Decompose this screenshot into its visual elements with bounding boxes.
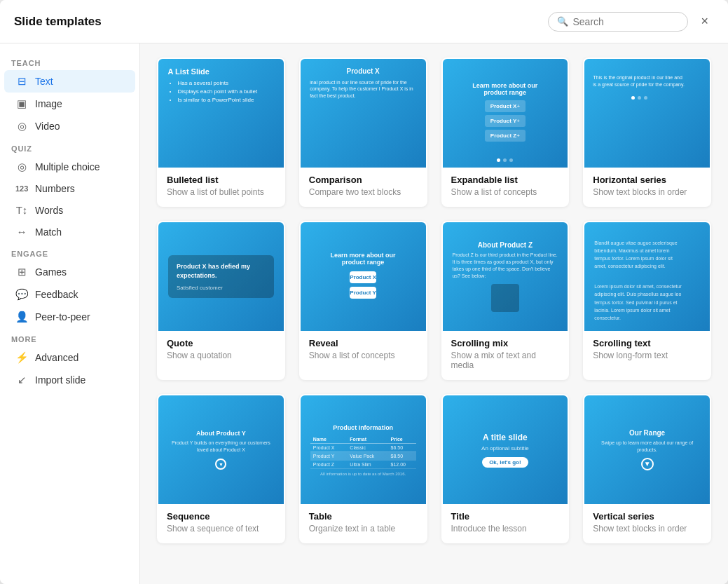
match-icon: ↔ xyxy=(15,226,28,238)
chevron-down-icon: ▼ xyxy=(644,460,651,468)
template-info: Horizontal series Show text blocks in or… xyxy=(584,168,710,205)
template-card-sequence[interactable]: About Product Y Product Y builds on ever… xyxy=(157,394,285,543)
numbers-icon: 123 xyxy=(15,184,28,193)
sidebar-item-games[interactable]: ⊞ Games xyxy=(4,261,135,283)
games-icon: ⊞ xyxy=(15,266,28,278)
sidebar-item-import-slide[interactable]: ↙ Import slide xyxy=(4,369,135,391)
template-thumb-quote: Product X has defied my expectations. Sa… xyxy=(158,222,284,331)
template-card-vertical-series[interactable]: Our Range Swipe up to learn more about o… xyxy=(583,394,711,543)
template-desc: Show a list of bullet points xyxy=(167,187,275,197)
dot xyxy=(638,96,641,100)
template-info: Quote Show a quotation xyxy=(158,331,284,369)
expand-arrow: + xyxy=(516,103,520,109)
bullet-item: Is similar to a PowerPoint slide xyxy=(177,97,274,103)
search-box[interactable]: 🔍 xyxy=(548,12,688,32)
template-card-reveal[interactable]: Learn more about ourproduct range Produc… xyxy=(299,221,427,380)
template-desc: Show a list of concepts xyxy=(451,187,560,197)
template-card-quote[interactable]: Product X has defied my expectations. Sa… xyxy=(157,221,285,380)
template-info: Sequence Show a sequence of text xyxy=(158,504,284,542)
thumb-content: Blandit augue vitae augue scelerisque bi… xyxy=(594,239,684,315)
template-info: Reveal Show a list of concepts xyxy=(301,331,426,369)
sidebar-label: Text xyxy=(35,76,53,87)
td: $6.50 xyxy=(388,443,416,451)
sidebar-section-quiz: QUIZ xyxy=(0,137,139,156)
table-title: Product Information xyxy=(333,424,393,431)
bullet-item: Displays each point with a bullet xyxy=(177,88,274,95)
search-input[interactable] xyxy=(572,16,679,27)
sidebar-label: Peer-to-peer xyxy=(35,311,90,322)
th-format: Format xyxy=(347,435,387,444)
template-thumb-sequence: About Product Y Product Y builds on ever… xyxy=(158,395,284,504)
sidebar-item-advanced[interactable]: ⚡ Advanced xyxy=(4,346,135,369)
template-info: Title Introduce the lesson xyxy=(443,504,568,542)
expand-row: Product Y + xyxy=(485,115,526,127)
sidebar: TEACH ⊟ Text ▣ Image ◎ Video QUIZ ◎ Mult… xyxy=(0,43,140,584)
template-card-bulleted-list[interactable]: A List Slide Has a several points Displa… xyxy=(157,57,285,207)
sidebar-item-video[interactable]: ◎ Video xyxy=(4,115,135,137)
title-slide-subtitle: An optional subtitle xyxy=(481,445,529,451)
scrollmix-image xyxy=(491,284,519,312)
template-name: Scrolling text xyxy=(593,338,701,348)
sidebar-item-feedback[interactable]: 💬 Feedback xyxy=(4,283,135,306)
sidebar-item-match[interactable]: ↔ Match xyxy=(4,221,135,243)
template-thumb-scrolling-mix: About Product Z Product Z is our third p… xyxy=(443,222,568,331)
table-row: Product Z Ultra Slim $12.00 xyxy=(310,460,416,468)
sidebar-item-image[interactable]: ▣ Image xyxy=(4,93,135,115)
sidebar-label: Multiple choice xyxy=(35,161,100,172)
comp-col: inal product in our line source of pride… xyxy=(310,79,416,100)
sidebar-item-words[interactable]: T↕ Words xyxy=(4,199,135,221)
peer-icon: 👤 xyxy=(15,311,28,323)
scrollmix-title: About Product Z xyxy=(478,241,533,249)
sidebar-section-engage: ENGAGE xyxy=(0,243,139,261)
vseries-title: Our Range xyxy=(629,429,665,437)
template-thumb-comparison: Product X inal product in our line sourc… xyxy=(301,59,426,168)
template-thumb-vertical-series: Our Range Swipe up to learn more about o… xyxy=(584,395,710,504)
template-name: Expandable list xyxy=(451,175,560,185)
template-info: Vertical series Show text blocks in orde… xyxy=(584,504,710,542)
sidebar-label: Games xyxy=(35,266,67,278)
comp-text: inal product in our line source of pride… xyxy=(310,79,416,100)
template-card-scrolling-mix[interactable]: About Product Z Product Z is our third p… xyxy=(441,221,570,380)
td: Product X xyxy=(310,443,348,451)
expand-row: Product X + xyxy=(485,100,526,112)
template-info: Scrolling text Show long-form text xyxy=(584,331,710,369)
template-card-horizontal-series[interactable]: This is the original product in our line… xyxy=(583,57,711,207)
templates-grid: A List Slide Has a several points Displa… xyxy=(157,57,711,543)
bullet-item: Has a several points xyxy=(177,80,274,86)
expand-row-title: Product X xyxy=(490,103,517,109)
template-info: Comparison Compare two text blocks xyxy=(301,168,426,205)
title-slide-button: Ok, let's go! xyxy=(482,457,528,468)
expand-arrow: + xyxy=(516,133,520,139)
template-card-title[interactable]: A title slide An optional subtitle Ok, l… xyxy=(441,394,570,543)
template-card-scrolling-text[interactable]: Blandit augue vitae augue scelerisque bi… xyxy=(583,221,711,380)
vseries-circle: ▼ xyxy=(641,458,654,470)
sidebar-item-peer-to-peer[interactable]: 👤 Peer-to-peer xyxy=(4,306,135,328)
multiple-choice-icon: ◎ xyxy=(15,161,28,173)
template-desc: Show a quotation xyxy=(167,351,275,360)
sidebar-label: Video xyxy=(35,121,60,132)
words-icon: T↕ xyxy=(15,204,28,216)
template-desc: Show a sequence of text xyxy=(167,524,275,534)
thumb-dots xyxy=(443,158,568,162)
scrolltext-line: Lorem ipsum dolor sit amet, consectetur … xyxy=(594,283,684,322)
sidebar-item-numbers[interactable]: 123 Numbers xyxy=(4,178,135,199)
close-button[interactable]: × xyxy=(695,11,714,32)
template-card-comparison[interactable]: Product X inal product in our line sourc… xyxy=(299,57,427,207)
template-thumb-expandable-list: Learn more about ourproduct range Produc… xyxy=(443,59,568,168)
mini-table: Name Format Price Product X Classic $6.5… xyxy=(310,435,416,469)
seq-title: About Product Y xyxy=(196,430,246,437)
reveal-btn: Product Y xyxy=(350,287,376,299)
sidebar-section-more: MORE xyxy=(0,328,139,346)
sidebar-item-multiple-choice[interactable]: ◎ Multiple choice xyxy=(4,156,135,178)
template-name: Sequence xyxy=(167,511,275,522)
template-card-table[interactable]: Product Information Name Format Price xyxy=(299,394,427,543)
expand-row-title: Product Z xyxy=(490,133,516,139)
sidebar-item-text[interactable]: ⊟ Text xyxy=(4,70,135,93)
td: Classic xyxy=(347,443,387,451)
dialog-body: TEACH ⊟ Text ▣ Image ◎ Video QUIZ ◎ Mult… xyxy=(0,43,728,584)
sidebar-label: Words xyxy=(35,205,63,216)
template-desc: Show long-form text xyxy=(593,351,701,360)
template-thumb-scrolling-text: Blandit augue vitae augue scelerisque bi… xyxy=(584,222,710,331)
template-card-expandable-list[interactable]: Learn more about ourproduct range Produc… xyxy=(441,57,570,207)
scrolltext-line: Blandit augue vitae augue scelerisque bi… xyxy=(594,239,684,271)
